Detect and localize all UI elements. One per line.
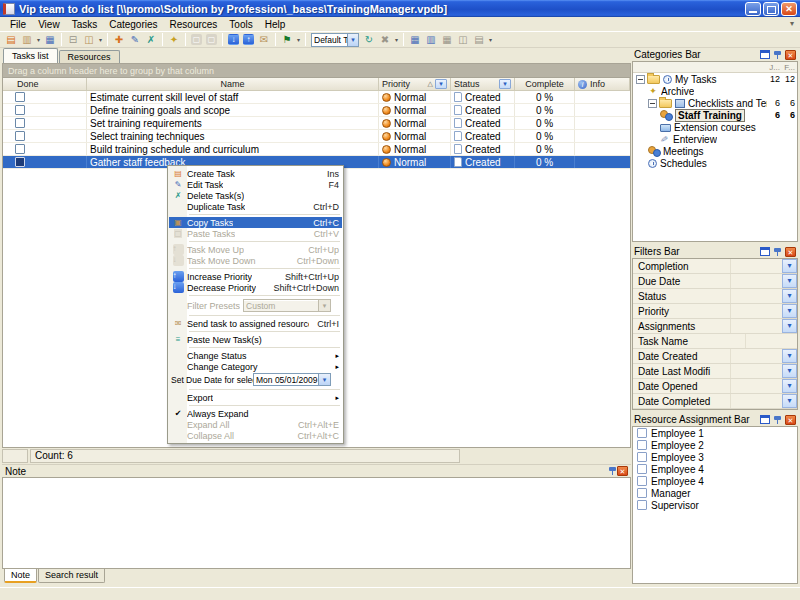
menu-increase-priority[interactable]: ↑ Increase Priority Shift+Ctrl+Up [169,271,342,282]
toolbar-separator[interactable] [305,33,306,46]
resource-checkbox[interactable] [637,440,647,450]
chevron-down-icon[interactable]: ▾ [782,274,797,288]
close-icon[interactable]: ✕ [785,415,796,425]
tree-item-staff-training[interactable]: Staff Training 6 6 [633,109,797,121]
tab-tasks-list[interactable]: Tasks list [3,48,58,63]
chevron-down-icon[interactable]: ▾ [782,394,797,408]
tree-item-my-tasks[interactable]: My Tasks 12 12 [633,73,797,85]
resource-checkbox[interactable] [637,452,647,462]
menu-change-status[interactable]: Change Status ▸ [169,350,342,361]
chevron-down-icon[interactable]: ▾ [318,374,330,385]
filter-due-date[interactable]: Due Date ▾ [633,274,797,289]
menu-separator[interactable] [189,347,340,348]
column-header-done[interactable]: Done [3,78,87,90]
receive-tasks-button[interactable]: ▢ [189,33,204,46]
menu-separator[interactable] [189,214,340,215]
filter-value-cell[interactable] [730,274,782,288]
tree-item-extension-courses[interactable]: Extension courses [633,121,797,133]
resource-checkbox[interactable] [637,476,647,486]
resource-supervisor[interactable]: Supervisor [633,499,797,511]
maximize-panel-icon[interactable] [760,247,770,256]
menu-duplicate-task[interactable]: Duplicate Task Ctrl+D [169,201,342,212]
toolbar-separator[interactable] [107,33,108,46]
menu-separator[interactable] [189,331,340,332]
view-report-button[interactable]: ◫ [455,33,471,47]
new-list-button[interactable]: ▤ [3,33,19,47]
resource-employee-1[interactable]: Employee 1 [633,427,797,439]
filter-value-cell[interactable] [730,379,782,393]
pin-icon[interactable] [773,247,782,257]
filter-flag-button[interactable]: ⚑ ▾ [279,33,302,47]
toolbar-separator[interactable] [403,33,404,46]
view-options-button[interactable]: ▤ ▾ [471,33,494,47]
task-view-combo[interactable]: Default Task V ▾ [311,33,359,47]
menu-combo-box[interactable]: Mon 05/01/2009 ▾ [253,373,331,386]
menu-bar-item[interactable]: File [4,18,32,31]
done-checkbox[interactable] [15,118,25,128]
toolbar-separator[interactable] [275,33,276,46]
chevron-down-icon[interactable]: ▾ [782,319,797,333]
filter-value-cell[interactable] [730,349,782,363]
done-checkbox[interactable] [15,131,25,141]
send-tasks-button[interactable]: ▢ [204,33,219,46]
dropdown-arrow-icon[interactable]: ▾ [295,36,302,43]
menu-decrease-priority[interactable]: ↓ Decrease Priority Shift+Ctrl+Down [169,282,342,293]
menu-paste-tasks[interactable]: ▢ Paste Tasks Ctrl+V [169,228,342,239]
menu-always-expand[interactable]: ✔ Always Expand [169,408,342,419]
print-preview-button[interactable]: ◫ ▾ [81,33,104,47]
menu-expand-all[interactable]: Expand All Ctrl+Alt+E [169,419,342,430]
tree-item-meetings[interactable]: Meetings [633,145,797,157]
pin-icon[interactable] [773,415,782,425]
open-list-button[interactable]: ▥ ▾ [19,33,42,47]
task-view-combo[interactable]: Default Task V ▾ [309,33,361,47]
view-grid-button[interactable]: ▦ [407,33,423,47]
save-list-button[interactable]: ▦ [42,33,58,47]
maximize-panel-icon[interactable] [760,50,770,59]
menubar-overflow-icon[interactable]: ▾ [790,19,796,28]
column-header-info[interactable]: i Info [575,78,630,90]
tab-note[interactable]: Note [4,569,37,583]
menu-separator[interactable] [189,315,340,316]
menu-send-task-to-resource[interactable]: ✉ Send task to assigned resource Ctrl+I [169,318,342,329]
chevron-down-icon[interactable]: ▾ [782,259,797,273]
filter-value-cell[interactable] [730,319,782,333]
toolbar-separator[interactable] [162,33,163,46]
print-button[interactable]: ⊟ [65,33,81,47]
filter-assignments[interactable]: Assignments ▾ [633,319,797,334]
status-filter-button[interactable]: ▾ [499,79,511,89]
menu-bar-item[interactable]: Help [259,18,292,31]
menu-separator[interactable] [189,295,340,296]
tree-item-archive[interactable]: Archive [633,85,797,97]
filter-priority[interactable]: Priority ▾ [633,304,797,319]
apply-view-button[interactable]: ↻ [361,33,377,47]
dropdown-arrow-icon[interactable]: ▾ [35,36,42,43]
menu-bar-item[interactable]: Tools [223,18,258,31]
close-icon[interactable]: ✕ [785,50,796,60]
chevron-down-icon[interactable]: ▾ [782,364,797,378]
note-editor[interactable] [2,477,631,569]
restore-button[interactable] [763,2,779,16]
resource-manager[interactable]: Manager [633,487,797,499]
pin-icon[interactable] [773,50,782,60]
filter-value-cell[interactable] [730,259,782,273]
tree-item-schedules[interactable]: Schedules [633,157,797,169]
maximize-panel-icon[interactable] [760,415,770,424]
menu-separator[interactable] [189,405,340,406]
dropdown-arrow-icon[interactable]: ▾ [487,36,494,43]
filter-value-cell[interactable] [745,334,797,348]
menu-bar-item[interactable]: Categories [103,18,163,31]
menu-set-due-date[interactable]: Set Due Date for selected tasks Mon 05/0… [169,372,342,387]
filter-date-created[interactable]: Date Created ▾ [633,349,797,364]
chevron-down-icon[interactable]: ▾ [347,34,358,46]
table-row[interactable]: Set training requirements Normal Created… [3,117,630,130]
edit-task-button[interactable]: ✎ [127,33,143,47]
filter-completion[interactable]: Completion ▾ [633,259,797,274]
tree-item-enterview[interactable]: Enterview [633,133,797,145]
assign-resource-button[interactable]: ✦ [166,33,182,47]
group-by-bar[interactable]: Drag a column header here to group by th… [2,63,631,78]
menu-delete-tasks[interactable]: ✗ Delete Task(s) [169,190,342,201]
close-button[interactable]: ✕ [781,2,797,16]
resource-employee-2[interactable]: Employee 2 [633,439,797,451]
menu-separator[interactable] [189,241,340,242]
chevron-down-icon[interactable]: ▾ [782,349,797,363]
